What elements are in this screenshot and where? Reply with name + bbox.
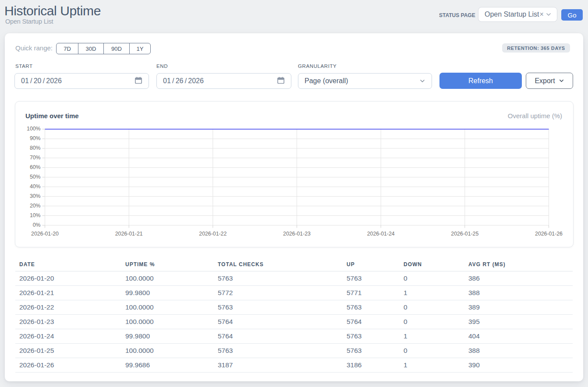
svg-text:2026-01-26: 2026-01-26 bbox=[535, 231, 563, 237]
svg-text:2026-01-25: 2026-01-25 bbox=[451, 231, 478, 237]
svg-text:20%: 20% bbox=[30, 203, 41, 209]
svg-text:2026-01-22: 2026-01-22 bbox=[199, 231, 227, 237]
svg-text:60%: 60% bbox=[30, 164, 41, 170]
svg-text:2026-01-24: 2026-01-24 bbox=[367, 231, 395, 237]
svg-text:90%: 90% bbox=[30, 135, 41, 141]
svg-text:10%: 10% bbox=[30, 212, 41, 218]
svg-text:40%: 40% bbox=[30, 183, 41, 190]
svg-text:2026-01-21: 2026-01-21 bbox=[115, 231, 143, 237]
svg-text:0%: 0% bbox=[33, 222, 41, 228]
svg-text:70%: 70% bbox=[30, 155, 41, 161]
svg-text:100%: 100% bbox=[27, 126, 41, 132]
svg-text:2026-01-20: 2026-01-20 bbox=[31, 231, 59, 237]
svg-text:80%: 80% bbox=[30, 145, 41, 151]
svg-text:50%: 50% bbox=[30, 174, 41, 180]
svg-text:30%: 30% bbox=[30, 193, 41, 199]
svg-text:2026-01-23: 2026-01-23 bbox=[283, 231, 311, 237]
